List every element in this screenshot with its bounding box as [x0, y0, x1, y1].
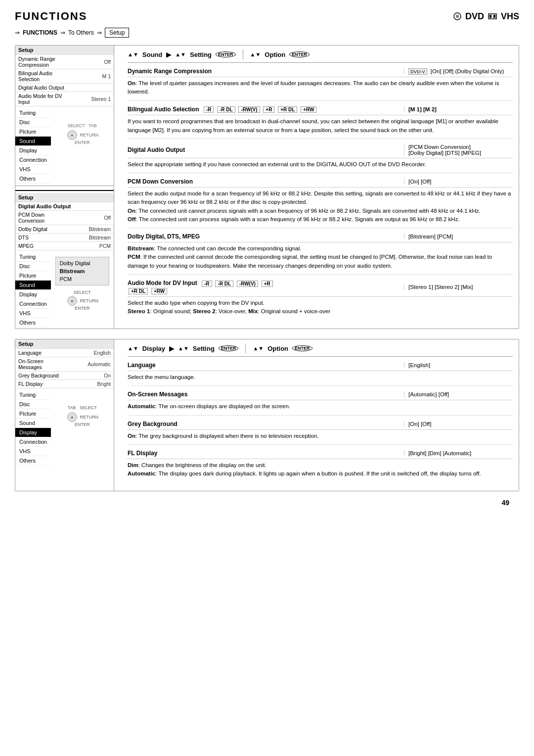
pcm-option[interactable]: PCM: [60, 275, 105, 283]
dolby-section: Dolby Digital, DTS, MPEG [Bitstream] [PC…: [128, 233, 513, 275]
page-header: FUNCTIONS DVD VHS: [15, 10, 519, 23]
am-disc-plusr: +R: [262, 281, 273, 287]
audio-p2: : Original sound;: [150, 308, 193, 314]
sidebar-item-sound-1[interactable]: Sound: [15, 137, 51, 146]
fl-display-desc: Dim: Changes the brightness of the displ…: [128, 461, 513, 478]
sidebar-item-tuning-3[interactable]: Tuning: [15, 390, 51, 400]
page-title: FUNCTIONS: [15, 10, 87, 23]
digital-audio-title: Digital Audio Output: [128, 146, 185, 153]
menu-row-grey: Grey Background: [15, 372, 69, 380]
sidebar-item-others-1[interactable]: Others: [15, 174, 51, 184]
breadcrumb-setup: Setup: [105, 28, 129, 38]
dolby-option-text: [Bitstream] [PCM]: [408, 234, 453, 239]
dolby-p1: : The connected unit can decode the corr…: [154, 245, 301, 251]
pcm-desc: Select the audio output mode for a scan …: [128, 189, 513, 224]
bilingual-title: Bilingual Audio Selection: [128, 106, 199, 113]
sidebar-item-sound-3[interactable]: Sound: [15, 419, 51, 428]
display-section-label: Display: [142, 345, 165, 352]
language-option-text: [English]: [408, 362, 430, 368]
sidebar-item-disc-3[interactable]: Disc: [15, 400, 51, 409]
am-disc-r: -R: [202, 281, 212, 287]
sidebar-item-vhs-2[interactable]: VHS: [15, 309, 51, 318]
sidebar-item-connection-3[interactable]: Connection: [15, 437, 51, 447]
bilingual-header: Bilingual Audio Selection -R -R DL -RW(V…: [128, 106, 513, 116]
menu-row-dynamic: Dynamic Range Compression: [15, 55, 69, 69]
onscreen-label: On-Screen Messages: [128, 391, 404, 398]
audio-mode-desc: Select the audio type when copying from …: [128, 299, 513, 316]
menu-row-dts: DTS: [15, 234, 69, 242]
dolby-label-main: Dolby Digital, DTS, MPEG: [128, 233, 404, 240]
option-label-d: Option: [267, 345, 288, 352]
breadcrumb-arrow2: ⇒: [97, 29, 102, 36]
display-menu-panel: Setup LanguageEnglish On-Screen Messages…: [15, 339, 114, 491]
pcm-on-bold: On: [128, 208, 135, 214]
menu-row-onscreen: On-Screen Messages: [15, 357, 69, 372]
bilingual-section: Bilingual Audio Selection -R -R DL -RW(V…: [128, 106, 513, 139]
grey-bg-option: [On] [Off]: [404, 421, 513, 427]
fl-display-option: [Bright] [Dim] [Automatic]: [404, 450, 513, 456]
sound-section: Setup Dynamic Range CompressionOff Bilin…: [15, 45, 519, 329]
digital-audio-opt2: [Dolby Digital] [DTS] [MPEG]: [408, 150, 481, 156]
sidebar-item-disc-1[interactable]: Disc: [15, 118, 51, 127]
dynamic-range-option-text: [On] [Off] (Dolby Digital Only): [431, 68, 504, 74]
dynamic-range-header: Dynamic Range Compression DVD-V [On] [Of…: [128, 68, 513, 77]
display-content-panel: ▲▼ Display ▶ ▲▼ Setting ENTER ▲▼ Option …: [122, 339, 519, 491]
sidebar-item-tuning-2[interactable]: Tuning: [15, 252, 51, 262]
sound-section-label: Sound: [142, 51, 162, 58]
audio-mode-title: Audio Mode for DV Input: [128, 280, 197, 286]
nav-arrows-1: ▲▼: [128, 51, 138, 57]
grey-bg-header: Grey Background [On] [Off]: [128, 421, 513, 430]
am-disc-plusrdl: +R DL: [129, 288, 148, 294]
sidebar-item-connection-1[interactable]: Connection: [15, 155, 51, 165]
dolby-option: [Bitstream] [PCM]: [404, 234, 513, 239]
sidebar-item-picture-3[interactable]: Picture: [15, 409, 51, 419]
enter-btn-1[interactable]: ●: [67, 130, 77, 140]
controls-enter-label-3: ENTER: [51, 422, 114, 427]
enter-circle-d1: ENTER: [219, 345, 239, 351]
sidebar-item-disc-2[interactable]: Disc: [15, 262, 51, 271]
controls-select-tab: SELECT TAB: [51, 123, 114, 128]
sidebar-item-display-1[interactable]: Display: [15, 146, 51, 155]
language-option: [English]: [404, 362, 513, 368]
disc-rwv: -RW(V): [238, 106, 260, 113]
pcm-option: [On] [Off]: [404, 179, 513, 185]
page-number: 49: [15, 499, 519, 507]
auto-bold-2: Automatic: [128, 471, 155, 476]
functions-icon: ⇒: [15, 29, 20, 36]
onscreen-section: On-Screen Messages [Automatic] [Off] Aut…: [128, 391, 513, 415]
sidebar-item-vhs-1[interactable]: VHS: [15, 165, 51, 174]
onscreen-desc: Automatic: The on-screen displays are di…: [128, 402, 513, 411]
vhs-icon: [488, 11, 497, 22]
am-disc-plusrw: +RW: [151, 288, 167, 294]
onscreen-option-text: [Automatic] [Off]: [408, 391, 449, 397]
sidebar-item-others-2[interactable]: Others: [15, 318, 51, 328]
grey-on-bold: On: [128, 433, 135, 439]
sidebar-item-others-3[interactable]: Others: [15, 456, 51, 466]
dynamic-range-section: Dynamic Range Compression DVD-V [On] [Of…: [128, 68, 513, 101]
breadcrumb: ⇒ FUNCTIONS ⇒ To Others ⇒ Setup: [15, 28, 519, 38]
enter-btn-3[interactable]: ●: [67, 412, 77, 422]
sidebar-item-picture-1[interactable]: Picture: [15, 127, 51, 137]
mix-bold: Mix: [248, 308, 258, 314]
menu-header-2: Setup: [15, 193, 114, 202]
sidebar-item-vhs-3[interactable]: VHS: [15, 447, 51, 456]
sidebar-item-tuning-1[interactable]: Tuning: [15, 108, 51, 118]
sidebar-item-connection-2[interactable]: Connection: [15, 299, 51, 309]
dolby-p2: : If the connected unit cannot decode th…: [128, 254, 492, 268]
sidebar-item-picture-2[interactable]: Picture: [15, 271, 51, 281]
grey-bg-desc: On: The grey background is displayed whe…: [128, 432, 513, 440]
sidebar-item-display-3[interactable]: Display: [15, 428, 51, 437]
controls-enter-label-2: ENTER: [53, 306, 112, 311]
enter-btn-2[interactable]: ●: [67, 296, 77, 306]
sidebar-item-sound-2[interactable]: Sound: [15, 281, 51, 290]
pcm-desc-p1: Select the audio output mode for a scan …: [128, 190, 511, 205]
fl-p2: : The display goes dark during playback.…: [155, 471, 481, 476]
svg-rect-5: [493, 15, 495, 18]
bitstream-option[interactable]: Bitstream: [60, 267, 105, 275]
menu-row-fl: FL Display: [15, 380, 69, 388]
dolby-submenu: Dolby Digital Bitstream PCM: [55, 257, 109, 285]
breadcrumb-arrow1: ⇒: [60, 29, 65, 36]
language-section: Language [English] Select the menu langu…: [128, 362, 513, 386]
automatic-bold: Automatic: [128, 403, 155, 409]
sidebar-item-display-2[interactable]: Display: [15, 290, 51, 299]
